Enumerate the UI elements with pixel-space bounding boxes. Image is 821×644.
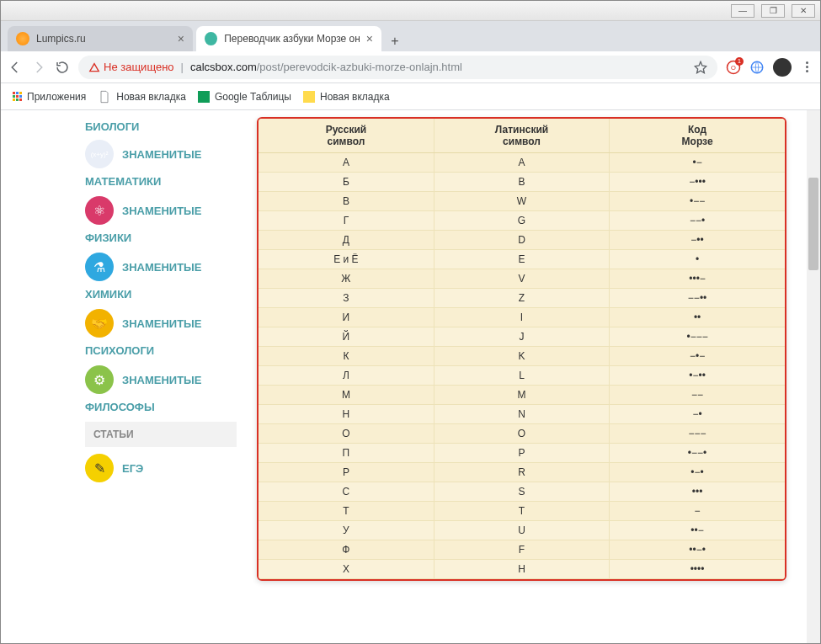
- table-row: Р R •−•: [259, 463, 785, 482]
- apps-shortcut[interactable]: Приложения: [13, 91, 86, 103]
- category-icon: 🤝: [85, 309, 114, 338]
- back-icon[interactable]: [8, 60, 23, 75]
- profile-avatar[interactable]: [773, 58, 792, 77]
- window-maximize-button[interactable]: ❐: [761, 4, 785, 18]
- bookmark-newtab-2[interactable]: Новая вкладка: [303, 91, 390, 103]
- table-header-russian: Русскийсимвол: [259, 119, 434, 153]
- cell-morse: ••−•: [610, 540, 785, 560]
- bookmarks-bar: Приложения Новая вкладка Google Таблицы …: [1, 83, 820, 110]
- reload-icon[interactable]: [55, 60, 70, 75]
- cell-russian: Д: [259, 231, 434, 250]
- cell-russian: Л: [259, 366, 434, 386]
- sidebar-category-химики[interactable]: ХИМИКИ: [85, 288, 237, 301]
- morse-table-container: Русскийсимвол Латинскийсимвол КодМорзе А…: [257, 117, 786, 581]
- sidebar-item-label: ЗНАМЕНИТЫЕ: [122, 261, 202, 274]
- table-row: Ж V •••−: [259, 269, 785, 289]
- bookmark-label: Google Таблицы: [215, 91, 291, 103]
- cell-latin: H: [434, 560, 609, 579]
- table-row: С S •••: [259, 482, 785, 502]
- cell-morse: •−−: [610, 192, 785, 211]
- category-icon: (x+y)²: [85, 140, 114, 168]
- kebab-menu-icon[interactable]: [800, 61, 813, 72]
- tab-lumpics[interactable]: Lumpics.ru ×: [8, 26, 193, 51]
- table-row: Е и Ё E •: [259, 250, 785, 269]
- morse-table: Русскийсимвол Латинскийсимвол КодМорзе А…: [259, 119, 785, 579]
- sidebar-item-label: ЗНАМЕНИТЫЕ: [122, 205, 202, 217]
- cell-morse: •−−−: [610, 327, 785, 347]
- cell-latin: G: [434, 211, 609, 231]
- forward-icon[interactable]: [31, 60, 46, 75]
- cell-russian: У: [259, 521, 434, 540]
- cell-latin: F: [434, 540, 609, 560]
- sidebar-item-ege[interactable]: ✎ ЕГЭ: [85, 454, 237, 482]
- sidebar-item-label: ЗНАМЕНИТЫЕ: [122, 148, 202, 161]
- extension-badge: 1: [735, 57, 744, 66]
- cell-russian: П: [259, 444, 434, 463]
- sidebar-category-математики[interactable]: МАТЕМАТИКИ: [85, 175, 237, 188]
- address-bar: Не защищено | calcsbox.com/post/perevodc…: [1, 51, 820, 83]
- table-row: Г G −−•: [259, 211, 785, 231]
- cell-morse: −−: [610, 386, 785, 405]
- page-content: БИОЛОГИ (x+y)² ЗНАМЕНИТЫЕ МАТЕМАТИКИ ⚛ З…: [1, 110, 820, 643]
- bookmark-newtab-1[interactable]: Новая вкладка: [98, 90, 186, 104]
- table-row: У U ••−: [259, 521, 785, 540]
- scrollbar-thumb[interactable]: [808, 178, 818, 270]
- category-icon: ⚙: [85, 365, 114, 394]
- cell-russian: А: [259, 153, 434, 173]
- sidebar-category-психологи[interactable]: ПСИХОЛОГИ: [85, 344, 237, 357]
- sidebar-item-физики[interactable]: ⚛ ЗНАМЕНИТЫЕ: [85, 196, 237, 225]
- sidebar-category-философы[interactable]: ФИЛОСОФЫ: [85, 401, 237, 413]
- table-row: Б B −•••: [259, 173, 785, 192]
- adblock-extension-icon[interactable]: O 1: [726, 60, 741, 75]
- cell-latin: N: [434, 405, 609, 424]
- cell-latin: K: [434, 347, 609, 366]
- cell-russian: Б: [259, 173, 434, 192]
- sidebar-category-biologists[interactable]: БИОЛОГИ: [85, 120, 237, 133]
- table-row: Т T −: [259, 502, 785, 521]
- url-text: calcsbox.com/post/perevodcik-azbuki-morz…: [190, 61, 462, 73]
- sidebar-item-label: ЗНАМЕНИТЫЕ: [122, 374, 202, 386]
- cell-morse: •−: [610, 153, 785, 173]
- star-icon[interactable]: [694, 61, 707, 74]
- main-area: Русскийсимвол Латинскийсимвол КодМорзе А…: [237, 110, 820, 643]
- sidebar-item-label: ЕГЭ: [122, 462, 143, 475]
- cell-russian: Х: [259, 560, 434, 579]
- sidebar-item-химики[interactable]: ⚗ ЗНАМЕНИТЫЕ: [85, 253, 237, 281]
- sidebar-item-математики[interactable]: (x+y)² ЗНАМЕНИТЫЕ: [85, 140, 237, 168]
- bookmark-label: Новая вкладка: [320, 91, 390, 103]
- cell-morse: −−••: [610, 289, 785, 308]
- cell-latin: S: [434, 482, 609, 502]
- sidebar-item-психологи[interactable]: 🤝 ЗНАМЕНИТЫЕ: [85, 309, 237, 338]
- sidebar: БИОЛОГИ (x+y)² ЗНАМЕНИТЫЕ МАТЕМАТИКИ ⚛ З…: [1, 110, 237, 643]
- close-icon[interactable]: ×: [178, 32, 184, 45]
- cell-latin: D: [434, 231, 609, 250]
- bookmark-sheets[interactable]: Google Таблицы: [198, 91, 291, 103]
- translate-extension-icon[interactable]: [749, 60, 765, 75]
- ege-icon: ✎: [85, 454, 114, 482]
- window-close-button[interactable]: ✕: [792, 4, 815, 18]
- close-icon[interactable]: ×: [366, 32, 373, 45]
- table-row: К K −•−: [259, 347, 785, 366]
- cell-latin: E: [434, 250, 609, 269]
- cell-latin: T: [434, 502, 609, 521]
- tab-label: Lumpics.ru: [36, 33, 86, 45]
- cell-russian: И: [259, 308, 434, 327]
- table-header-latin: Латинскийсимвол: [434, 119, 609, 153]
- table-row: Х H ••••: [259, 560, 785, 579]
- window-minimize-button[interactable]: —: [731, 4, 754, 18]
- sidebar-item-философы[interactable]: ⚙ ЗНАМЕНИТЫЕ: [85, 365, 237, 394]
- cell-morse: •−•: [610, 463, 785, 482]
- scrollbar-track[interactable]: [807, 110, 820, 643]
- sidebar-category-физики[interactable]: ФИЗИКИ: [85, 232, 237, 244]
- cell-latin: Z: [434, 289, 609, 308]
- tab-calcsbox[interactable]: Переводчик азбуки Морзе онл ×: [196, 26, 381, 51]
- sidebar-item-label: ЗНАМЕНИТЫЕ: [122, 317, 202, 330]
- cell-morse: ••: [610, 308, 785, 327]
- new-tab-button[interactable]: +: [385, 31, 405, 51]
- apps-grid-icon: [13, 92, 22, 101]
- browser-window: — ❐ ✕ Lumpics.ru × Переводчик азбуки Мор…: [0, 0, 821, 644]
- cell-latin: O: [434, 424, 609, 444]
- cell-russian: Й: [259, 327, 434, 347]
- security-indicator[interactable]: Не защищено: [88, 61, 174, 73]
- url-field[interactable]: Не защищено | calcsbox.com/post/perevodc…: [78, 56, 717, 79]
